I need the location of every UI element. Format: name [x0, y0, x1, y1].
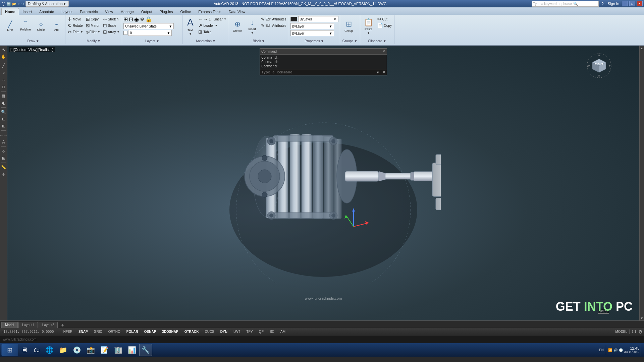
status-ortho[interactable]: ORTHO [107, 329, 122, 335]
scroll-up[interactable]: ▲ [640, 46, 644, 50]
status-lwt[interactable]: LWT [232, 329, 242, 335]
array-button[interactable]: ⊞ Array ▼ [102, 29, 121, 35]
table-button[interactable]: ⊞ Table [197, 29, 227, 35]
layers-tool[interactable]: ⊞ [0, 155, 7, 162]
tab-annotate[interactable]: Annotate [36, 8, 58, 15]
lang-indicator[interactable]: EN [599, 348, 604, 352]
tab-express-tools[interactable]: Express Tools [195, 8, 225, 15]
status-sc[interactable]: SC [268, 329, 276, 335]
linetype-selector[interactable]: ByLayer ▼ [290, 23, 334, 29]
layer-state-selector[interactable]: Unsaved Layer State ▼ [123, 23, 174, 29]
zoom-tool[interactable]: 🔍 [0, 109, 7, 115]
status-polar[interactable]: POLAR [125, 329, 140, 335]
quick-open[interactable]: 📂 [12, 2, 16, 6]
status-qp[interactable]: QP [257, 329, 265, 335]
tab-online[interactable]: Online [177, 8, 195, 15]
create-block-button[interactable]: ⊕ Create [230, 16, 245, 36]
tab-manage[interactable]: Manage [117, 8, 138, 15]
properties-group-label[interactable]: Properties▼ [290, 38, 338, 44]
taskbar-app-ie[interactable]: 🌐 [43, 344, 56, 356]
scale-button[interactable]: ⊡ Scale [102, 22, 121, 28]
model-indicator[interactable]: MODEL [615, 330, 628, 334]
help-icon[interactable]: ? [600, 1, 605, 6]
viewcube[interactable]: N S W E RIGHT [586, 52, 612, 79]
taskbar-app-dvd[interactable]: 💿 [70, 344, 84, 356]
tab-parametric[interactable]: Parametric [76, 8, 101, 15]
zoom-window-tool[interactable]: ⊡ [0, 116, 7, 122]
command-close[interactable]: ✕ [382, 49, 385, 54]
linear-button[interactable]: ←→ 1 | Linear ▼ [197, 16, 227, 22]
fillet-button[interactable]: ⌽ Fillet ▼ [85, 29, 101, 35]
settings-icon[interactable]: ⚙ [638, 329, 643, 335]
draw-line-tool[interactable]: ╱ [0, 62, 7, 69]
leader-button[interactable]: ↗ Leader ▼ [197, 22, 227, 28]
layer-extra-icon[interactable]: ◉ [134, 16, 139, 22]
draw-rect-tool[interactable]: □ [0, 83, 7, 90]
tab-output[interactable]: Output [138, 8, 156, 15]
lineweight-selector[interactable]: ByLayer ▼ [290, 30, 334, 36]
gradient-tool[interactable]: ◐ [0, 100, 7, 106]
cut-button[interactable]: ✂ Cut [376, 16, 393, 22]
tab-plugins[interactable]: Plug-ins [156, 8, 177, 15]
draw-group-label[interactable]: Draw▼ [3, 38, 64, 44]
layer-lock-icon[interactable]: 🔒 [145, 16, 152, 22]
quick-save[interactable]: 🆕 [7, 2, 11, 6]
text-tool[interactable]: A [0, 139, 7, 145]
status-grid[interactable]: GRID [92, 329, 104, 335]
wcs-label[interactable]: WCS [598, 309, 609, 314]
clipboard-group-label[interactable]: Clipboard▼ [362, 38, 393, 44]
stretch-button[interactable]: ⊹ Stretch [102, 16, 121, 22]
color-selector[interactable]: ByLayer ▼ [298, 16, 338, 22]
draw-circle-tool[interactable]: ○ [0, 69, 7, 76]
circle-button[interactable]: ○ Circle [34, 16, 48, 36]
line-button[interactable]: ╱ Line [3, 16, 17, 36]
zoom-extents-tool[interactable]: ⊞ [0, 123, 7, 129]
status-tpy[interactable]: TPY [245, 329, 254, 335]
show-desktop[interactable] [641, 344, 643, 356]
move-button[interactable]: ✛ Move [67, 16, 84, 22]
properties-tool[interactable]: ⊹ [0, 148, 7, 155]
tab-insert[interactable]: Insert [19, 8, 36, 15]
taskbar-app-files[interactable]: 📁 [57, 344, 70, 356]
tab-model[interactable]: Model [1, 322, 18, 328]
tab-layout1[interactable]: Layout1 [18, 322, 38, 328]
status-dyn[interactable]: DYN [219, 329, 229, 335]
sign-in[interactable]: Sign In [606, 2, 621, 6]
tab-view[interactable]: View [101, 8, 117, 15]
group-button[interactable]: ⊞ Group [341, 16, 356, 36]
workspace-selector[interactable]: Drafting & Annotation ▼ [25, 1, 69, 7]
taskbar-app-folder[interactable]: 🗂 [31, 344, 42, 356]
tab-data-view[interactable]: Data View [225, 8, 249, 15]
taskbar-app-notepad[interactable]: 📝 [98, 344, 111, 356]
text-button[interactable]: A Text ▼ [184, 16, 197, 36]
tab-layout2[interactable]: Layout2 [39, 322, 58, 328]
quick-redo[interactable]: ↪ [21, 2, 24, 6]
status-ducs[interactable]: DUCS [203, 329, 216, 335]
viewport[interactable]: [-][Custom View][Realistic] [7, 46, 639, 320]
paste-button[interactable]: 📋 Paste ▼ [362, 16, 376, 36]
insert-block-button[interactable]: ↓ Insert ▼ [245, 16, 259, 36]
tab-layout[interactable]: Layout [58, 8, 76, 15]
edit-attributes-button[interactable]: ✎ Edit Attributes [260, 16, 287, 22]
arc-button[interactable]: ⌢ Arc [49, 16, 64, 36]
layer-prop-icon[interactable]: ⊞ [123, 16, 128, 22]
draw-arc-tool[interactable]: ⌢ [0, 76, 7, 83]
status-3dosnap[interactable]: 3DOSNAP [160, 329, 180, 335]
tab-home[interactable]: Home [1, 8, 19, 15]
search-input[interactable]: Type a keyword or phrase 🔍 [532, 1, 599, 7]
pan-tool[interactable]: ✋ [0, 53, 7, 60]
layer-freeze-icon[interactable]: ❄ [140, 16, 144, 22]
annotation-group-label[interactable]: Annotation▼ [184, 38, 227, 44]
select-tool[interactable]: ↖ [0, 46, 7, 53]
dimension-tool[interactable]: ←→ [0, 132, 7, 138]
status-am[interactable]: AM [279, 329, 287, 335]
measure-tool[interactable]: 📏 [0, 164, 7, 171]
layers-group-label[interactable]: Layers▼ [123, 38, 181, 44]
start-button[interactable]: ⊞ [1, 344, 18, 356]
status-otrack[interactable]: OTRACK [183, 329, 201, 335]
layer-name-selector[interactable]: 0 ▼ [128, 30, 172, 36]
taskbar-app-office[interactable]: 🏢 [112, 344, 125, 356]
polyline-button[interactable]: ⌒ Polyline [18, 16, 33, 36]
quick-undo[interactable]: ↩ [17, 2, 20, 6]
taskbar-app-excel[interactable]: 📊 [125, 344, 139, 356]
